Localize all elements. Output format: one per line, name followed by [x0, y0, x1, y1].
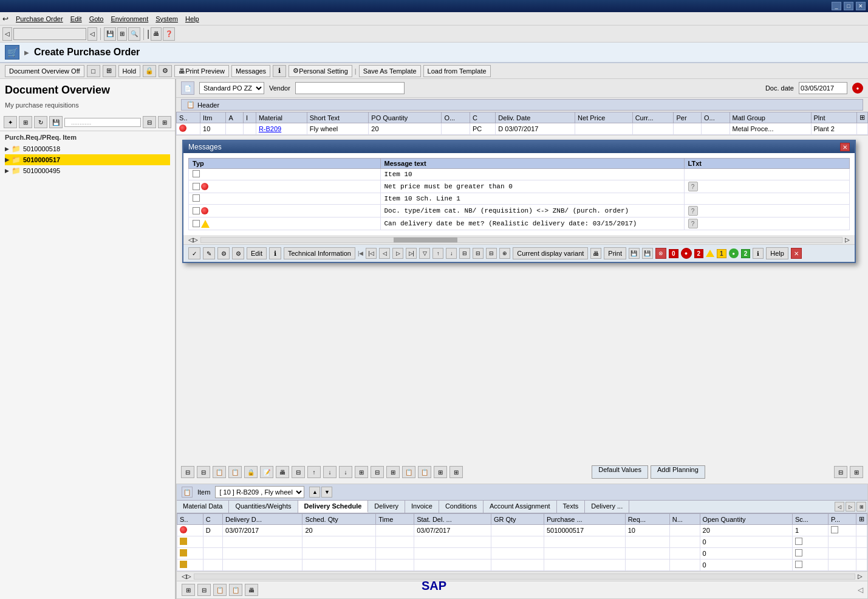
bottom-btn-16[interactable]: 📋: [418, 466, 431, 478]
menu-environment[interactable]: Environment: [111, 15, 148, 22]
bottom-btn-12[interactable]: ⊞: [355, 466, 368, 478]
load-template-btn[interactable]: Load from Template: [423, 65, 491, 77]
left-save-btn[interactable]: 💾: [49, 116, 63, 128]
bottom-btn-8[interactable]: ⊟: [292, 466, 305, 478]
msg-scroll-left[interactable]: ◁: [188, 236, 193, 243]
menu-system[interactable]: System: [155, 15, 178, 22]
row-material[interactable]: R-B209: [256, 123, 307, 135]
tab-account-assignment[interactable]: Account Assignment: [484, 501, 557, 513]
left-grid-btn[interactable]: ⊞: [19, 116, 32, 128]
messages-close-button[interactable]: ✕: [840, 143, 850, 151]
msg-save1-btn[interactable]: 💾: [629, 248, 640, 259]
ltxt-icon-3[interactable]: ?: [688, 206, 698, 216]
menu-goto[interactable]: Goto: [89, 15, 104, 22]
msg-prev-btn[interactable]: ◁: [379, 248, 390, 259]
msg-scrollbar[interactable]: [200, 237, 842, 243]
nav-back[interactable]: ◁: [87, 27, 97, 41]
deliv-scroll-right2[interactable]: ▷: [858, 573, 863, 580]
deliv-scroll-left[interactable]: ◁: [182, 573, 186, 580]
bottom-btn-6[interactable]: 📝: [260, 466, 273, 478]
item-bottom-btn-2[interactable]: ⊟: [197, 584, 211, 596]
bottom-btn-18[interactable]: ⊞: [449, 466, 463, 478]
bottom-btn-2[interactable]: ⊟: [197, 466, 210, 478]
deliv-scroll-right[interactable]: ▷: [186, 573, 191, 580]
item-up-btn[interactable]: ▲: [309, 487, 320, 498]
item-bottom-btn-4[interactable]: 📋: [229, 584, 242, 596]
tab-expand-btn[interactable]: ⊞: [856, 502, 866, 512]
msg-first-btn[interactable]: |◁: [366, 248, 377, 259]
hold-btn[interactable]: Hold: [118, 65, 141, 77]
msg-scroll-right[interactable]: ▷: [193, 236, 198, 243]
toolbar-icon-3[interactable]: 🔒: [143, 65, 156, 77]
print-btn[interactable]: 🖶: [151, 27, 162, 41]
save-btn[interactable]: 💾: [104, 27, 116, 41]
ltxt-icon-4[interactable]: ?: [688, 219, 698, 228]
toolbar-icon-1[interactable]: □: [87, 65, 100, 77]
tab-material-data[interactable]: Material Data: [177, 501, 229, 513]
bottom-btn-15[interactable]: 📋: [402, 466, 415, 478]
tab-quantities-weights[interactable]: Quantities/Weights: [229, 501, 298, 513]
bottom-btn-7[interactable]: 🖶: [276, 466, 289, 478]
doc-overview-off-btn[interactable]: Document Overview Off: [5, 65, 84, 77]
menu-purchase-order[interactable]: Purchase Order: [16, 15, 63, 22]
addl-planning-btn[interactable]: Addl Planning: [651, 465, 705, 479]
msg-info-btn[interactable]: ℹ: [753, 248, 764, 259]
msg-grid3-btn[interactable]: ⊟: [486, 248, 497, 259]
header-link[interactable]: 📋 Header: [181, 99, 863, 111]
ltxt-icon-1[interactable]: ?: [688, 182, 698, 191]
left-layout-btn[interactable]: ⊟: [143, 116, 156, 128]
tree-item-0[interactable]: ▶ 📁 5010000518: [5, 143, 170, 154]
msg-copy-btn[interactable]: ⊕: [499, 248, 510, 259]
doc-date-input[interactable]: [799, 82, 847, 94]
msg-sort-asc-btn[interactable]: ↑: [432, 248, 443, 259]
msg-variant-btn[interactable]: Current display variant: [513, 247, 588, 259]
tab-delivery[interactable]: Delivery: [368, 501, 405, 513]
bottom-btn-11[interactable]: ↓: [339, 466, 352, 478]
help-btn[interactable]: ❓: [163, 27, 175, 41]
po-type-select[interactable]: Standard PO ZZ: [199, 82, 264, 94]
msg-close-x-btn[interactable]: ✕: [791, 248, 802, 259]
tree-item-2[interactable]: ▶ 📁 5010000495: [5, 165, 170, 176]
command-input[interactable]: [13, 28, 86, 40]
msg-config-btn[interactable]: ⚙: [217, 247, 230, 259]
tab-delivery-dots[interactable]: Delivery ...: [585, 501, 629, 513]
item-down-btn[interactable]: ▼: [321, 487, 332, 498]
menu-edit[interactable]: Edit: [70, 15, 82, 22]
msg-technical-icon[interactable]: ℹ: [269, 247, 281, 259]
msg-edit-btn[interactable]: Edit: [247, 247, 267, 259]
bottom-btn-13[interactable]: ⊟: [371, 466, 384, 478]
toolbar-icon-2[interactable]: ⊞: [103, 65, 116, 77]
msg-stop-btn[interactable]: ⊗: [655, 248, 666, 259]
default-values-btn[interactable]: Default Values: [592, 465, 648, 479]
date-picker-btn[interactable]: ●: [852, 83, 863, 94]
print-preview-btn[interactable]: 🖶 Print Preview: [174, 65, 229, 77]
tab-left-btn[interactable]: ◁: [835, 502, 844, 512]
msg-print-btn[interactable]: Print: [604, 247, 626, 259]
bottom-btn-4[interactable]: 📋: [228, 466, 242, 478]
item-select[interactable]: [ 10 ] R-B209 , Fly wheel: [215, 486, 304, 498]
msg-save2-btn[interactable]: 💾: [642, 248, 653, 259]
personal-setting-btn[interactable]: ⚙ Personal Setting: [289, 65, 352, 77]
save-template-btn[interactable]: Save As Template: [359, 65, 421, 77]
tab-right-btn[interactable]: ▷: [846, 502, 855, 512]
msg-last-btn[interactable]: ▷|: [406, 248, 417, 259]
msg-settings2-btn[interactable]: ⚙: [232, 247, 244, 259]
maximize-button[interactable]: □: [844, 2, 853, 10]
msg-sort-desc-btn[interactable]: ↓: [446, 248, 457, 259]
msg-scroll-right2[interactable]: ▷: [845, 236, 850, 243]
msg-print-icon[interactable]: 🖶: [590, 248, 601, 259]
info-icon[interactable]: ℹ: [273, 65, 286, 77]
bottom-btn-3[interactable]: 📋: [213, 466, 226, 478]
msg-edit-icon[interactable]: ✎: [203, 247, 215, 259]
item-bottom-btn-1[interactable]: ⊞: [182, 584, 195, 596]
bottom-btn-14[interactable]: ⊞: [386, 466, 400, 478]
close-button[interactable]: ✕: [856, 2, 866, 10]
msg-grid1-btn[interactable]: ⊟: [459, 248, 470, 259]
msg-grid2-btn[interactable]: ⊟: [473, 248, 484, 259]
deliv-row-0[interactable]: D 03/07/2017 20 03/07/2017 5010000517 10…: [177, 525, 867, 536]
tree-item-1[interactable]: ▶ 📁 5010000517: [5, 154, 170, 165]
messages-btn[interactable]: Messages: [231, 65, 270, 77]
tab-conditions[interactable]: Conditions: [439, 501, 484, 513]
shortcut-btn[interactable]: ⊞: [117, 27, 127, 41]
tab-delivery-schedule[interactable]: Delivery Schedule: [298, 501, 369, 513]
